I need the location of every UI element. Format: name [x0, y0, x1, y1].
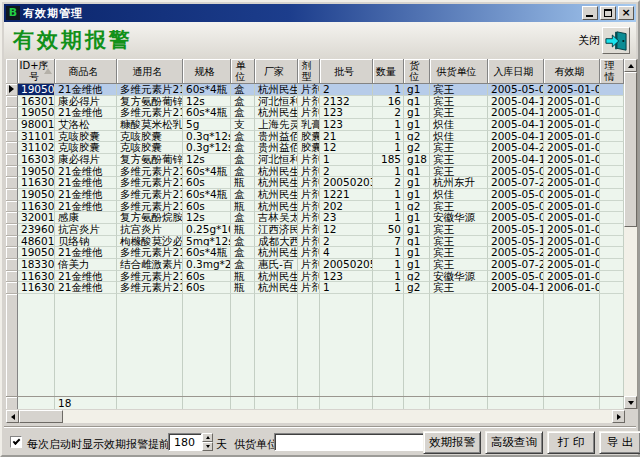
table-row[interactable]: 48601贝络钠 枸橼酸莫沙必利5mg*12s 盒成都大西 片剂2 7g1 宾王…: [6, 236, 624, 248]
alert-days-label: 效期报警提前:: [104, 437, 174, 452]
header-band: 有效期报警 关闭: [4, 22, 636, 59]
row-selector[interactable]: [6, 271, 18, 283]
table-row[interactable]: 32001感康 复方氨酚烷胺片12s 盒吉林吴太 片剂23 1g1 安徽华源20…: [6, 212, 624, 224]
table-row[interactable]: 31102克咳胶囊 克咳胶囊0.3g*12s 盒贵州益佰 胶囊12 1g2 宾王…: [6, 142, 624, 154]
show-on-startup-checkbox[interactable]: [10, 436, 22, 448]
advanced-query-button[interactable]: 高级查询: [485, 431, 543, 454]
print-button[interactable]: 打 印: [547, 431, 595, 454]
minimize-button[interactable]: [582, 6, 598, 20]
table-row[interactable]: 11630421金维他 多维元素片2160s 瓶杭州民生 片剂20050203 …: [6, 177, 624, 189]
col-header-note[interactable]: 处理情况: [600, 59, 624, 84]
record-count: 18: [55, 397, 117, 409]
row-selector[interactable]: [6, 84, 18, 96]
supplier-label: 供货单位: [234, 437, 278, 452]
grid-body: 19050321金维他 多维元素片2160s*4瓶 盒杭州民生 片剂2 1g1 …: [6, 84, 624, 294]
minimize-icon: [586, 15, 593, 17]
col-header-id[interactable]: ID+序号: [18, 59, 55, 84]
current-row-arrow-icon: [9, 85, 14, 93]
bottom-toolbar: 每次启动时显示 效期报警提前: 180 天 供货单位 效期报警 高级查询 打 印…: [4, 426, 636, 455]
export-button[interactable]: 导 出: [599, 431, 640, 454]
vertical-scrollbar-thumb[interactable]: [624, 72, 637, 227]
col-header-maker[interactable]: 厂家: [255, 59, 298, 84]
table-row[interactable]: 11630121金维他 多维元素片2160s 瓶杭州民生 片剂1 1g2 宾王2…: [6, 282, 624, 294]
row-selector[interactable]: [6, 189, 18, 201]
title-bar: B 有效期管理 ×: [4, 4, 636, 22]
col-header-supplier[interactable]: 供货单位: [430, 59, 488, 84]
row-selector[interactable]: [6, 154, 18, 166]
table-row[interactable]: 11630221金维他 多维元素片2160s 瓶杭州民生 片剂123 1g2 安…: [6, 271, 624, 283]
arrow-up-icon: [628, 64, 634, 68]
table-row[interactable]: 183301倍美力 结合雌激素片0.3mg*28片 盒惠氏-百 片剂200502…: [6, 259, 624, 271]
col-header-unit[interactable]: 单位: [231, 59, 255, 84]
sort-icon: [44, 68, 52, 74]
stepper-up-button[interactable]: [202, 433, 213, 442]
expiry-alert-button[interactable]: 效期报警: [423, 431, 481, 454]
table-row[interactable]: 31101克咳胶囊 克咳胶囊0.3g*12s 盒贵州益佰 胶囊21 1g2 炽佳…: [6, 131, 624, 143]
col-header-expiry[interactable]: 有效期: [544, 59, 600, 84]
col-header-form[interactable]: 剂型: [298, 59, 320, 84]
app-icon: B: [6, 6, 20, 20]
col-header-batch[interactable]: 批号: [320, 59, 373, 84]
row-selector[interactable]: [6, 201, 18, 213]
window-title: 有效期管理: [23, 6, 582, 21]
col-header-location[interactable]: 货位: [404, 59, 430, 84]
row-selector[interactable]: [6, 282, 18, 294]
scroll-left-button[interactable]: [6, 410, 19, 423]
table-row[interactable]: 19050321金维他 多维元素片2160s*4瓶 盒杭州民生 片剂2 1g1 …: [6, 84, 624, 96]
close-icon: ×: [619, 6, 633, 20]
show-on-startup-label: 每次启动时显示: [27, 437, 104, 452]
days-unit-label: 天: [216, 437, 227, 452]
vertical-scrollbar[interactable]: [624, 59, 637, 409]
scroll-up-button[interactable]: [624, 59, 637, 72]
col-header-indate[interactable]: 入库日期: [488, 59, 544, 84]
table-row[interactable]: 19050221金维他 多维元素片2160s*4瓶 盒杭州民生 片剂2 1g1 …: [6, 166, 624, 178]
arrow-up-icon: [206, 436, 210, 439]
table-row[interactable]: 19050121金维他 多维元素片2160s*4瓶 盒杭州民生 片剂123 2g…: [6, 107, 624, 119]
horizontal-scrollbar-thumb[interactable]: [19, 410, 63, 423]
arrow-right-icon: [617, 414, 621, 420]
grid-empty-area: [6, 294, 624, 396]
col-header-generic[interactable]: 通用名: [117, 59, 183, 84]
table-row[interactable]: 16303康必得片 复方氨酚葡锌片12s 盒河北恒利 片剂1 185g18 宾王…: [6, 154, 624, 166]
row-selector[interactable]: [6, 131, 18, 143]
close-door-button[interactable]: [602, 27, 630, 54]
arrow-left-icon: [11, 414, 15, 420]
row-selector[interactable]: [6, 177, 18, 189]
scroll-right-button[interactable]: [612, 410, 625, 423]
col-header-product[interactable]: 商品名: [55, 59, 117, 84]
horizontal-scrollbar[interactable]: [6, 410, 625, 423]
maximize-button[interactable]: [600, 6, 616, 20]
close-door-label: 关闭: [578, 33, 600, 48]
supplier-input[interactable]: [274, 433, 430, 451]
stepper-down-button[interactable]: [202, 442, 213, 451]
table-row[interactable]: 19050421金维他 多维元素片2160s*4瓶 盒杭州民生 片剂1221 1…: [6, 189, 624, 201]
row-selector[interactable]: [6, 166, 18, 178]
alert-days-stepper[interactable]: 180: [168, 433, 202, 451]
maximize-icon: [604, 9, 612, 17]
row-selector[interactable]: [6, 142, 18, 154]
table-row[interactable]: 16301康必得片 复方氨酚葡锌片12s 盒河北恒利 片剂2132 16g1 宾…: [6, 96, 624, 108]
col-header-qty[interactable]: 数量: [373, 59, 404, 84]
app-window: B 有效期管理 × 有效期报警 关闭 ID: [0, 0, 640, 457]
scroll-down-button[interactable]: [624, 396, 637, 409]
row-selector[interactable]: [6, 96, 18, 108]
row-selector[interactable]: [6, 119, 18, 131]
table-header-row: ID+序号 商品名 通用名 规格 单位 厂家 剂型 批号 数量 货位 供货单位 …: [6, 59, 624, 84]
row-selector[interactable]: [6, 259, 18, 271]
checkmark-icon: [13, 437, 21, 445]
row-selector[interactable]: [6, 224, 18, 236]
row-selector[interactable]: [6, 212, 18, 224]
row-selector[interactable]: [6, 107, 18, 119]
table-row[interactable]: 239601抗宫炎片 抗宫炎片0.25g*100s 瓶江西济民 片剂12 50g…: [6, 224, 624, 236]
table-row[interactable]: 98001艾洛松 糠酸莫米松乳膏5g 支上海先灵 乳膏123 1g1 炽佳200…: [6, 119, 624, 131]
arrow-down-icon: [628, 401, 634, 405]
arrow-down-icon: [206, 445, 210, 448]
table-row[interactable]: 11630321金维他 多维元素片2160s 瓶杭州民生 片剂202 1g2 宾…: [6, 201, 624, 213]
table-row[interactable]: 19050521金维他 多维元素片2160s*4瓶 盒杭州民生 片剂4 1g1 …: [6, 247, 624, 259]
row-selector[interactable]: [6, 247, 18, 259]
close-button[interactable]: ×: [618, 6, 634, 20]
page-title: 有效期报警: [13, 26, 133, 54]
col-header-spec[interactable]: 规格: [183, 59, 231, 84]
row-selector[interactable]: [6, 236, 18, 248]
header-gutter: [6, 59, 18, 84]
